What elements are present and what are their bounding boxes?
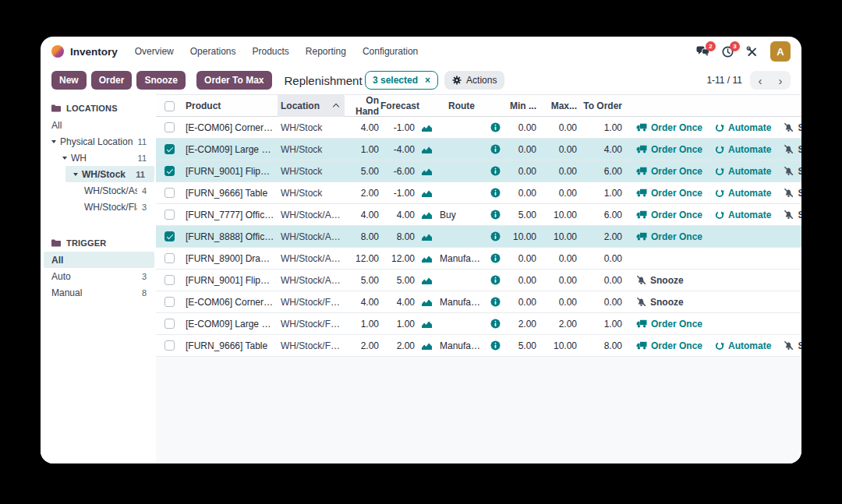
row-checkbox[interactable]: [165, 210, 175, 220]
sidebar-item-wh-stock-asse[interactable]: WH/Stock/Asse...4: [41, 182, 156, 199]
snooze-button[interactable]: Snooze: [636, 275, 684, 286]
table-row[interactable]: [FURN_8900] Drawer BlackWH/Stock/Asse...…: [156, 248, 801, 270]
order-once-button[interactable]: Order Once: [636, 188, 702, 199]
sidebar-item-all[interactable]: All: [44, 252, 154, 268]
debug-tools-icon[interactable]: [746, 46, 758, 58]
tree-expand-caret-icon[interactable]: [51, 140, 56, 143]
menu-products[interactable]: Products: [252, 46, 288, 57]
activities-clock-icon[interactable]: 3: [722, 46, 734, 58]
table-row[interactable]: [E-COM09] Large DeskWH/Stock/Flat P...1.…: [156, 313, 801, 335]
forecast-chart-icon[interactable]: [421, 167, 433, 176]
forecast-chart-icon[interactable]: [421, 123, 433, 132]
table-row[interactable]: [FURN_8888] Office LampWH/Stock/Asse...8…: [156, 226, 801, 248]
row-checkbox[interactable]: [165, 166, 175, 176]
sidebar-item-manual[interactable]: Manual8: [41, 284, 156, 301]
snooze-button[interactable]: Snooze: [636, 297, 684, 308]
snooze-button[interactable]: Snooze: [784, 144, 801, 155]
order-once-button[interactable]: Order Once: [636, 340, 702, 351]
row-checkbox[interactable]: [165, 144, 175, 154]
info-icon[interactable]: [490, 122, 501, 132]
tree-expand-caret-icon[interactable]: [62, 157, 67, 160]
sidebar-item-wh-stock-flat-p[interactable]: WH/Stock/Flat P...3: [41, 199, 156, 215]
order-once-button[interactable]: Order Once: [636, 319, 702, 330]
pager-next-button[interactable]: ›: [770, 71, 791, 90]
forecast-chart-icon[interactable]: [421, 189, 433, 198]
row-checkbox[interactable]: [165, 188, 175, 198]
sidebar-item-auto[interactable]: Auto3: [41, 268, 156, 284]
menu-configuration[interactable]: Configuration: [363, 46, 418, 57]
snooze-button[interactable]: Snooze: [784, 210, 801, 220]
automate-button[interactable]: Automate: [715, 340, 771, 351]
col-location[interactable]: Location: [278, 95, 345, 117]
col-on-hand[interactable]: On Hand: [345, 95, 380, 117]
order-to-max-button[interactable]: Order To Max: [196, 71, 271, 90]
col-product[interactable]: Product: [182, 100, 278, 111]
info-icon[interactable]: [490, 275, 501, 285]
new-button[interactable]: New: [51, 71, 87, 90]
actions-button[interactable]: Actions: [444, 71, 504, 90]
row-checkbox[interactable]: [165, 319, 175, 329]
info-icon[interactable]: [490, 319, 501, 329]
automate-button[interactable]: Automate: [715, 166, 771, 177]
table-row[interactable]: [FURN_9001] FlipoverWH/Stock/Asse...5.00…: [156, 270, 801, 291]
automate-button[interactable]: Automate: [715, 144, 771, 155]
forecast-chart-icon[interactable]: [421, 298, 433, 307]
sidebar-item-wh-stock[interactable]: WH/Stock11: [65, 166, 154, 182]
info-icon[interactable]: [490, 144, 501, 154]
menu-reporting[interactable]: Reporting: [306, 46, 346, 57]
messages-icon[interactable]: 2: [696, 46, 709, 57]
automate-button[interactable]: Automate: [715, 122, 771, 133]
user-avatar[interactable]: A: [770, 41, 791, 62]
table-row[interactable]: [FURN_9666] TableWH/Stock2.00-1.000.000.…: [156, 182, 801, 204]
table-row[interactable]: [E-COM06] Corner Desk ...WH/Stock4.00-1.…: [156, 117, 801, 139]
sidebar-item-all[interactable]: All: [41, 117, 156, 133]
forecast-chart-icon[interactable]: [421, 210, 433, 220]
info-icon[interactable]: [490, 231, 501, 241]
tree-expand-caret-icon[interactable]: [73, 173, 78, 176]
order-once-button[interactable]: Order Once: [636, 210, 702, 220]
col-min[interactable]: Min ...: [504, 100, 538, 111]
table-row[interactable]: [FURN_7777] Office ChairWH/Stock/Asse...…: [156, 204, 801, 226]
menu-overview[interactable]: Overview: [135, 46, 174, 57]
forecast-chart-icon[interactable]: [421, 232, 433, 241]
info-icon[interactable]: [490, 340, 501, 351]
automate-button[interactable]: Automate: [715, 210, 771, 220]
snooze-button[interactable]: Snooze: [784, 340, 801, 351]
table-row[interactable]: [FURN_9666] TableWH/Stock/Flat P...2.002…: [156, 335, 801, 357]
info-icon[interactable]: [490, 188, 501, 198]
automate-button[interactable]: Automate: [715, 188, 771, 199]
forecast-chart-icon[interactable]: [421, 276, 433, 285]
sidebar-item-physical-locations[interactable]: Physical Locations11: [41, 133, 156, 150]
col-to-order[interactable]: To Order: [578, 100, 624, 111]
table-row[interactable]: [E-COM09] Large DeskWH/Stock1.00-4.000.0…: [156, 139, 801, 160]
forecast-chart-icon[interactable]: [421, 145, 433, 154]
order-once-button[interactable]: Order Once: [636, 144, 702, 155]
clear-selection-icon[interactable]: ×: [425, 76, 430, 85]
table-row[interactable]: [FURN_9001] FlipoverWH/Stock5.00-6.000.0…: [156, 160, 801, 182]
table-row[interactable]: [E-COM06] Corner Desk ...WH/Stock/Flat P…: [156, 291, 801, 313]
order-once-button[interactable]: Order Once: [636, 166, 702, 177]
forecast-chart-icon[interactable]: [421, 254, 433, 263]
select-all-checkbox[interactable]: [165, 101, 175, 111]
row-checkbox[interactable]: [165, 231, 175, 241]
info-icon[interactable]: [490, 253, 501, 263]
snooze-button[interactable]: Snooze: [784, 122, 801, 133]
order-button[interactable]: Order: [91, 71, 133, 90]
col-forecast[interactable]: Forecast: [380, 100, 416, 111]
col-route[interactable]: Route: [437, 100, 486, 111]
info-icon[interactable]: [490, 297, 501, 307]
row-checkbox[interactable]: [165, 253, 175, 263]
order-once-button[interactable]: Order Once: [636, 122, 702, 133]
menu-operations[interactable]: Operations: [190, 46, 236, 57]
row-checkbox[interactable]: [165, 297, 175, 307]
info-icon[interactable]: [490, 166, 501, 176]
row-checkbox[interactable]: [165, 275, 175, 285]
pager-prev-button[interactable]: ‹: [750, 71, 770, 90]
snooze-button[interactable]: Snooze: [784, 188, 801, 199]
forecast-chart-icon[interactable]: [421, 341, 433, 351]
row-checkbox[interactable]: [165, 340, 175, 351]
row-checkbox[interactable]: [165, 122, 175, 132]
info-icon[interactable]: [490, 210, 501, 220]
sidebar-item-wh[interactable]: WH11: [41, 150, 156, 166]
col-max[interactable]: Max...: [538, 100, 578, 111]
